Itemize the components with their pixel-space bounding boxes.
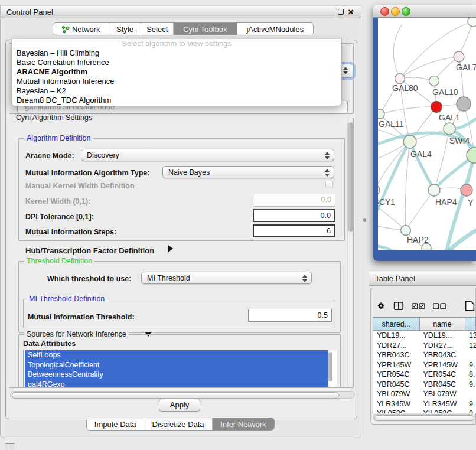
- network-node-hap2[interactable]: [401, 226, 411, 236]
- table-cell[interactable]: YER054C: [420, 370, 466, 380]
- mi-steps-field[interactable]: 6: [253, 224, 335, 237]
- table-row-ydl19[interactable]: YDL19...YDL19...13: [373, 331, 476, 341]
- network-node-gal4[interactable]: [403, 135, 416, 148]
- table-cell[interactable]: 12: [465, 341, 476, 351]
- algorithm-option-mutual-information-inference[interactable]: Mutual Information Inference: [12, 77, 341, 86]
- table-horizontal-scrollbar[interactable]: [373, 414, 475, 421]
- attribute-gal4rgexp[interactable]: gal4RGexp: [25, 380, 328, 388]
- table-cell[interactable]: [465, 389, 476, 399]
- select-all-checkbox-icon[interactable]: [412, 301, 425, 311]
- tab-impute-data[interactable]: Impute Data: [87, 418, 144, 431]
- table-cell[interactable]: YPR145W: [420, 360, 466, 370]
- network-node-gal7[interactable]: [454, 51, 464, 62]
- aracne-mode-combo[interactable]: Discovery: [81, 149, 334, 161]
- network-node-y[interactable]: [461, 184, 472, 196]
- algorithm-option-dream8-dc-tdc-algorithm[interactable]: Dream8 DC_TDC Algorithm: [12, 96, 341, 105]
- table-cell[interactable]: 9.: [465, 380, 476, 390]
- table-cell[interactable]: YDL19...: [420, 331, 466, 341]
- table-row-yil052c[interactable]: YIL052CYIL052C9: [373, 409, 476, 413]
- network-node-gal10[interactable]: [429, 76, 439, 86]
- network-node[interactable]: [457, 97, 471, 111]
- tab-infer-network[interactable]: Infer Network: [212, 418, 274, 431]
- dpi-tolerance-field[interactable]: 0.0: [253, 209, 335, 222]
- tab-discretize-data[interactable]: Discretize Data: [144, 418, 211, 431]
- window-zoom-button[interactable]: [402, 7, 410, 16]
- network-canvas[interactable]: GAL7GAL80GAL10GAL1GAL11GAL4SWI4GCY1HAP4Y…: [378, 18, 476, 250]
- mi-algorithm-type-combo[interactable]: Naive Bayes: [162, 166, 334, 178]
- float-window-icon[interactable]: [338, 9, 344, 15]
- network-edge[interactable]: [380, 107, 436, 114]
- tab-cyni-toolbox[interactable]: Cyni Toolbox: [173, 23, 237, 35]
- network-node-gcy1[interactable]: [378, 185, 380, 195]
- table-row-ylr345w[interactable]: YLR345WYLR345W9.: [373, 399, 476, 409]
- algorithm-option-aracne-algorithm[interactable]: ARACNE Algorithm: [12, 67, 341, 77]
- node-table[interactable]: shared...name YDL19...YDL19...13YDR27...…: [373, 317, 476, 413]
- column-view-icon[interactable]: [393, 300, 404, 312]
- table-cell[interactable]: YBR045C: [420, 380, 466, 390]
- table-cell[interactable]: 9: [465, 409, 476, 413]
- table-cell[interactable]: YBR043C: [420, 350, 466, 360]
- document-icon[interactable]: [465, 299, 476, 312]
- attribute-betweennesscentrality[interactable]: BetweennessCentrality: [25, 370, 328, 380]
- network-edge[interactable]: [378, 246, 398, 250]
- tab-jactivemnodules[interactable]: jActiveMNodules: [237, 23, 313, 35]
- panel-splitter-handle[interactable]: [363, 218, 366, 222]
- attribute-topologicalcoefficient[interactable]: TopologicalCoefficient: [25, 360, 328, 370]
- attributes-vertical-scrollbar[interactable]: [328, 351, 333, 386]
- algorithm-option-bayesian-k2[interactable]: Bayesian – K2: [12, 86, 341, 96]
- column-header-shared[interactable]: shared...: [373, 318, 420, 331]
- window-close-button[interactable]: [380, 7, 389, 16]
- table-cell[interactable]: YBR043C: [373, 350, 420, 360]
- attribute-selfloops[interactable]: SelfLoops: [25, 350, 328, 360]
- algorithm-option-bayesian-hill-climbing[interactable]: Bayesian – Hill Climbing: [12, 48, 341, 58]
- tab-select[interactable]: Select: [141, 23, 173, 35]
- apply-button[interactable]: Apply: [159, 399, 200, 412]
- network-edge[interactable]: [405, 142, 410, 230]
- column-header-2[interactable]: [465, 318, 476, 331]
- table-row-ybl079w[interactable]: YBL079WYBL079W: [373, 389, 476, 399]
- table-row-yer054c[interactable]: YER054CYER054C8.: [373, 370, 476, 380]
- table-cell[interactable]: 8.: [465, 370, 476, 380]
- table-cell[interactable]: YLR345W: [420, 399, 466, 409]
- table-cell[interactable]: 13: [465, 331, 476, 341]
- algorithm-option-basic-correlation-inference[interactable]: Basic Correlation Inference: [12, 58, 341, 67]
- table-cell[interactable]: YIL052C: [420, 409, 466, 413]
- network-node-gal1[interactable]: [444, 123, 455, 135]
- close-icon[interactable]: ×: [348, 8, 354, 17]
- network-node-hap4[interactable]: [428, 184, 440, 196]
- table-cell[interactable]: YLR345W: [373, 399, 420, 409]
- table-cell[interactable]: 9.: [465, 360, 476, 370]
- network-edge[interactable]: [406, 190, 434, 230]
- deselect-checkbox-icon[interactable]: [433, 301, 446, 311]
- expand-arrow-icon[interactable]: [168, 245, 173, 252]
- table-cell[interactable]: YPR145W: [373, 360, 420, 370]
- network-node[interactable]: [468, 18, 476, 27]
- table-cell[interactable]: YDR27...: [373, 341, 420, 351]
- mi-threshold-field[interactable]: 0.5: [248, 309, 332, 322]
- network-edge[interactable]: [393, 25, 402, 79]
- network-edge[interactable]: [378, 206, 406, 230]
- settings-horizontal-scrollbar[interactable]: [10, 391, 355, 399]
- settings-gear-icon[interactable]: [376, 300, 386, 312]
- table-row-ypr145w[interactable]: YPR145WYPR145W9.: [373, 360, 476, 370]
- network-node-gal11[interactable]: [378, 109, 384, 119]
- table-row-ybr045c[interactable]: YBR045CYBR045C9.: [373, 380, 476, 390]
- column-header-name[interactable]: name: [420, 318, 466, 331]
- table-cell[interactable]: YDR27...: [420, 341, 466, 351]
- network-node[interactable]: [431, 102, 442, 113]
- table-cell[interactable]: YBR045C: [373, 380, 420, 390]
- minimized-panel-icon[interactable]: [5, 443, 15, 450]
- tab-style[interactable]: Style: [109, 23, 141, 35]
- which-threshold-combo[interactable]: MI Threshold: [141, 272, 312, 284]
- table-cell[interactable]: YER054C: [373, 370, 420, 380]
- kernel-width-field[interactable]: 0.0: [253, 194, 335, 207]
- manual-kernel-width-checkbox[interactable]: [325, 181, 333, 188]
- table-cell[interactable]: YIL052C: [373, 409, 420, 413]
- table-cell[interactable]: YDL19...: [373, 331, 420, 341]
- table-cell[interactable]: YBL079W: [420, 389, 466, 399]
- table-cell[interactable]: 9.: [465, 399, 476, 409]
- table-cell[interactable]: YBL079W: [373, 389, 420, 399]
- table-row-ybr043c[interactable]: YBR043CYBR043C: [373, 350, 476, 360]
- tab-network[interactable]: Network: [53, 23, 109, 35]
- window-minimize-button[interactable]: [391, 7, 400, 16]
